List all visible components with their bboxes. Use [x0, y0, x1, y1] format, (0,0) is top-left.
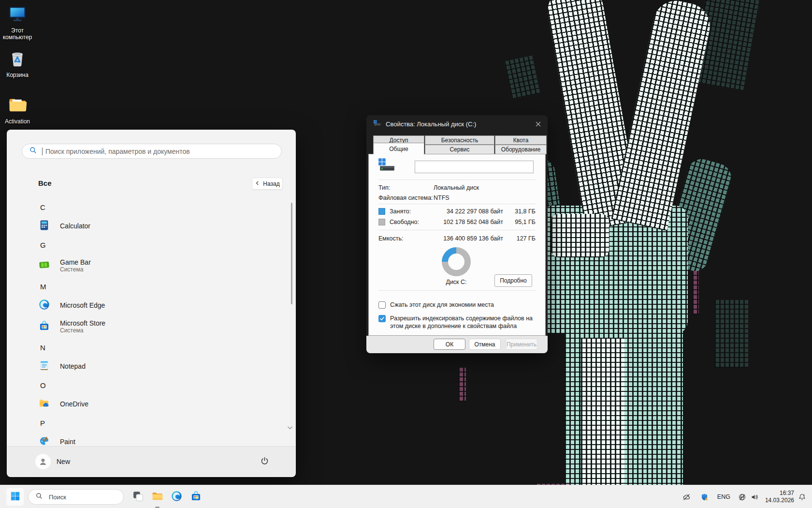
app-item-text: Notepad: [60, 362, 86, 370]
field-value: NTFS: [434, 194, 450, 201]
wallpaper-glitch: [692, 271, 699, 314]
desktop-icon-label: Activation: [5, 118, 30, 125]
divider: [378, 290, 536, 291]
wallpaper-glitch: [458, 368, 466, 402]
app-section-letter-O[interactable]: O: [7, 376, 289, 394]
desktop-icon-this-pc[interactable]: Этот компьютер: [0, 4, 35, 41]
start-search-box[interactable]: [22, 144, 282, 159]
tab-сервис[interactable]: Сервис: [425, 145, 494, 154]
tab-безопасность[interactable]: Безопасность: [425, 135, 494, 145]
taskbar-search-input[interactable]: [48, 493, 108, 501]
user-profile-button[interactable]: New: [35, 454, 70, 469]
usage-bytes: 102 178 562 048 байт: [443, 219, 503, 225]
desktop-icon-activation[interactable]: Activation: [0, 95, 35, 125]
store-button[interactable]: [187, 488, 205, 506]
checkbox-row-1: Разрешить индексировать содержимое файло…: [378, 314, 539, 330]
capacity-bytes: 136 400 859 136 байт: [443, 235, 503, 242]
clock[interactable]: 16:37 14.03.2026: [765, 490, 794, 504]
field-label: Файловая система:: [378, 194, 433, 201]
start-search-input[interactable]: [44, 147, 275, 156]
checkbox-unchecked[interactable]: [378, 301, 386, 309]
security-shield-warning-icon[interactable]: [700, 493, 709, 501]
app-name: Paint: [60, 438, 75, 446]
app-item-microsoft-edge[interactable]: Microsoft Edge: [7, 296, 289, 315]
app-name: Notepad: [60, 362, 86, 370]
desktop-icon-label: Этот компьютер: [0, 27, 35, 41]
disk-label: Диск C:: [432, 279, 480, 285]
app-section-letter-P[interactable]: P: [7, 414, 289, 432]
checkbox-label: Сжать этот диск для экономии места: [390, 301, 494, 309]
app-section-letter-M[interactable]: M: [7, 277, 289, 296]
power-icon: [260, 456, 269, 467]
ok-button[interactable]: ОК: [434, 339, 465, 350]
app-item-notepad[interactable]: Notepad: [7, 357, 289, 376]
app-item-onedrive[interactable]: OneDrive: [7, 394, 289, 414]
language-indicator[interactable]: ENG: [717, 493, 730, 500]
hand-knuckle-highlight: [551, 214, 609, 257]
gamebar-icon: [38, 259, 50, 273]
network-offline-icon[interactable]: [738, 493, 746, 501]
app-item-microsoft-store[interactable]: Microsoft StoreСистема: [7, 315, 289, 338]
checkbox-label: Разрешить индексировать содержимое файло…: [390, 314, 539, 330]
start-menu-footer: New: [7, 446, 295, 477]
desktop-icon-label: Корзина: [6, 72, 29, 78]
app-name: Game Bar: [60, 258, 91, 266]
divider: [378, 204, 536, 204]
app-section-letter-C[interactable]: C: [7, 198, 289, 216]
notepad-icon: [38, 359, 50, 374]
dialog-titlebar[interactable]: Свойства: Локальный диск (C:): [366, 115, 548, 133]
app-section-letter-N[interactable]: N: [7, 338, 289, 357]
cancel-button[interactable]: Отмена: [469, 339, 501, 350]
usage-label: Занято:: [390, 208, 411, 215]
capacity-row: Емкость: 136 400 859 136 байт 127 ГБ: [378, 234, 536, 243]
app-item-text: OneDrive: [60, 400, 88, 408]
back-button[interactable]: Назад: [252, 178, 283, 190]
checkbox-checked[interactable]: [378, 315, 386, 322]
chevron-left-icon: [255, 180, 260, 187]
app-item-calculator[interactable]: Calculator: [7, 216, 289, 236]
start-button[interactable]: [6, 488, 24, 506]
notification-dnd-icon[interactable]: z: [798, 493, 806, 501]
app-section-letter-G[interactable]: G: [7, 236, 289, 254]
app-item-text: Game BarСистема: [60, 258, 91, 273]
usage-swatch: [378, 208, 385, 215]
taskbar: ENG 16:37 14.03.2026 z: [0, 485, 812, 508]
back-button-label: Назад: [263, 180, 279, 187]
volume-label-input[interactable]: [415, 161, 534, 173]
this-pc-icon: [7, 4, 28, 26]
usage-bytes: 34 222 297 088 байт: [447, 208, 503, 215]
edge-button[interactable]: [167, 488, 186, 506]
tab-оборудование[interactable]: Оборудование: [495, 145, 547, 154]
task-view-button[interactable]: [129, 488, 147, 506]
tray-date: 14.03.2026: [765, 497, 794, 504]
drive-icon-large: [377, 157, 396, 174]
taskbar-search-box[interactable]: [28, 489, 124, 505]
drive-icon: [373, 120, 381, 128]
details-button[interactable]: Подробно: [494, 274, 532, 287]
app-item-game-bar[interactable]: Game BarСистема: [7, 254, 289, 277]
scrollbar-thumb[interactable]: [291, 203, 292, 304]
usage-size: 31,8 ГБ: [503, 208, 536, 215]
file-explorer-icon: [151, 490, 163, 504]
apply-button[interactable]: Применить: [506, 339, 537, 350]
app-name: Microsoft Edge: [60, 301, 105, 309]
folder-icon: [7, 95, 28, 117]
desktop-icon-recycle-bin[interactable]: Корзина: [0, 48, 35, 78]
app-item-text: Microsoft Edge: [60, 301, 105, 309]
tab-квота[interactable]: Квота: [495, 135, 547, 145]
usage-size: 95,1 ГБ: [503, 219, 536, 225]
volume-icon[interactable]: [751, 493, 759, 501]
hand-wrist-highlight: [581, 339, 624, 508]
onedrive-offline-icon[interactable]: [682, 493, 691, 501]
file-explorer-button[interactable]: [148, 488, 166, 506]
start-menu: Все Назад CCalculatorGGame BarСистемаMMi…: [7, 130, 296, 477]
power-button[interactable]: [255, 452, 274, 471]
windows-logo-icon: [10, 491, 21, 504]
field-value: Локальный диск: [434, 184, 479, 191]
onedrive-icon: [38, 397, 50, 411]
chevron-down-icon[interactable]: [287, 424, 293, 431]
svg-text:z: z: [803, 493, 805, 496]
tab-общие[interactable]: Общие: [373, 143, 424, 154]
edge-icon: [171, 490, 183, 504]
close-icon[interactable]: [530, 117, 546, 131]
